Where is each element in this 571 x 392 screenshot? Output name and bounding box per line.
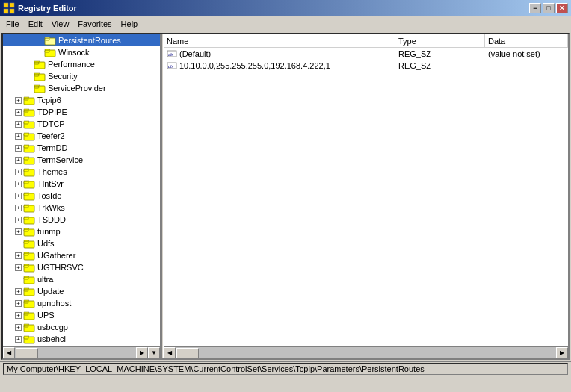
tree-item-themes[interactable]: + Themes bbox=[3, 166, 160, 178]
menu-edit[interactable]: Edit bbox=[24, 18, 47, 30]
reg-row-0[interactable]: ab (Default)REG_SZ(value not set) bbox=[164, 48, 568, 60]
folder-icon-winsock bbox=[44, 47, 56, 57]
folder-icon-ugthrsvc bbox=[23, 262, 35, 273]
tree-label-tsddd: TSDDD bbox=[37, 215, 66, 224]
tree-item-trkwks[interactable]: + TrkWks bbox=[3, 202, 160, 214]
tree-item-persistent-routes[interactable]: PersistentRoutes bbox=[3, 34, 160, 46]
reg-cell-name-1: ab 10.10.0.0,255.255.255.0,192.168.4.222… bbox=[164, 61, 395, 70]
tree-label-ugatherer: UGatherer bbox=[37, 251, 75, 260]
tree-item-upnphost[interactable]: + upnphost bbox=[3, 297, 160, 309]
reg-row-1[interactable]: ab 10.10.0.0,255.255.255.0,192.168.4.222… bbox=[164, 60, 568, 72]
svg-marker-27 bbox=[24, 121, 29, 122]
expand-btn-upnphost[interactable]: + bbox=[15, 300, 22, 307]
minimize-button[interactable]: − bbox=[529, 3, 541, 13]
right-scroll-right[interactable]: ▶ bbox=[556, 347, 568, 359]
right-scroll-left[interactable]: ◀ bbox=[164, 347, 176, 359]
tree-item-tcpip6[interactable]: + Tcpip6 bbox=[3, 94, 160, 106]
tree-scroll-left[interactable]: ◀ bbox=[3, 347, 15, 359]
tree-label-ugthrsvc: UGTHRSVC bbox=[37, 263, 84, 272]
reg-cell-data-0: (value not set) bbox=[485, 49, 568, 58]
tree-scroll-down[interactable]: ▼ bbox=[148, 347, 160, 359]
expand-btn-termdd[interactable]: + bbox=[15, 145, 22, 152]
expand-btn-tdtcp[interactable]: + bbox=[15, 121, 22, 128]
tree-label-persistent-routes: PersistentRoutes bbox=[58, 36, 121, 45]
svg-text:ab: ab bbox=[168, 52, 173, 57]
col-header-type[interactable]: Type bbox=[395, 34, 485, 47]
svg-rect-11 bbox=[34, 62, 39, 64]
status-path-text: My Computer\HKEY_LOCAL_MACHINE\SYSTEM\Cu… bbox=[7, 364, 425, 373]
tree-item-performance[interactable]: Performance bbox=[3, 58, 160, 70]
expand-btn-tdpipe[interactable]: + bbox=[15, 109, 22, 116]
tree-scroll[interactable]: PersistentRoutes Winsock Performance Sec… bbox=[3, 34, 160, 346]
svg-rect-17 bbox=[34, 86, 39, 88]
tree-item-teefer2[interactable]: + Teefer2 bbox=[3, 130, 160, 142]
tree-hscroll-thumb[interactable] bbox=[16, 348, 38, 358]
svg-marker-9 bbox=[45, 49, 50, 50]
tree-scroll-right[interactable]: ▶ bbox=[136, 347, 148, 359]
folder-icon-usbccgp bbox=[23, 322, 35, 332]
window-title: Registry Editor bbox=[18, 4, 77, 13]
tree-item-tsddd[interactable]: + TSDDD bbox=[3, 214, 160, 225]
expand-btn-ups[interactable]: + bbox=[15, 312, 22, 319]
tree-pane: PersistentRoutes Winsock Performance Sec… bbox=[3, 34, 161, 358]
tree-item-ups[interactable]: + UPS bbox=[3, 309, 160, 321]
svg-rect-23 bbox=[24, 110, 28, 112]
tree-item-tdpipe[interactable]: + TDPIPE bbox=[3, 106, 160, 118]
expand-btn-usbccgp[interactable]: + bbox=[15, 324, 22, 331]
expand-btn-themes[interactable]: + bbox=[15, 169, 22, 175]
expand-btn-tcpip6[interactable]: + bbox=[15, 97, 22, 104]
folder-icon-ultra bbox=[23, 274, 35, 284]
col-header-name[interactable]: Name bbox=[164, 34, 395, 47]
tree-item-ugthrsvc[interactable]: + UGTHRSVC bbox=[3, 261, 160, 273]
svg-marker-42 bbox=[24, 181, 29, 181]
menu-help[interactable]: Help bbox=[117, 18, 143, 30]
column-headers: Name Type Data bbox=[164, 34, 568, 48]
svg-marker-81 bbox=[24, 336, 29, 337]
expand-btn-usbehci[interactable]: + bbox=[15, 336, 22, 343]
svg-rect-8 bbox=[45, 50, 49, 52]
tree-label-security: Security bbox=[48, 72, 78, 81]
status-bar: My Computer\HKEY_LOCAL_MACHINE\SYSTEM\Cu… bbox=[0, 361, 571, 375]
right-content[interactable]: ab (Default)REG_SZ(value not set) ab 10.… bbox=[164, 48, 568, 346]
expand-btn-ugatherer[interactable]: + bbox=[15, 252, 22, 259]
tree-item-termdd[interactable]: + TermDD bbox=[3, 142, 160, 154]
svg-rect-77 bbox=[24, 325, 28, 327]
tree-item-termservice[interactable]: + TermService bbox=[3, 154, 160, 166]
tree-item-ugatherer[interactable]: + UGatherer bbox=[3, 249, 160, 261]
expand-btn-tunmp[interactable]: + bbox=[15, 228, 22, 235]
svg-marker-6 bbox=[45, 37, 50, 38]
svg-marker-57 bbox=[24, 240, 29, 241]
tree-item-tdtcp[interactable]: + TDTCP bbox=[3, 118, 160, 130]
svg-rect-3 bbox=[10, 9, 14, 13]
col-header-data[interactable]: Data bbox=[485, 34, 568, 47]
expand-btn-ugthrsvc[interactable]: + bbox=[15, 264, 22, 271]
tree-item-toside[interactable]: + TosIde bbox=[3, 190, 160, 202]
tree-item-usbccgp[interactable]: + usbccgp bbox=[3, 321, 160, 333]
tree-item-winsock[interactable]: Winsock bbox=[3, 46, 160, 58]
expand-btn-toside[interactable]: + bbox=[15, 193, 22, 199]
expand-btn-trkwks[interactable]: + bbox=[15, 205, 22, 211]
menu-file[interactable]: File bbox=[1, 18, 24, 30]
menu-favorites[interactable]: Favorites bbox=[73, 18, 116, 30]
tree-item-udfs[interactable]: Udfs bbox=[3, 237, 160, 249]
right-hscroll-thumb[interactable] bbox=[176, 348, 199, 358]
tree-item-security[interactable]: Security bbox=[3, 70, 160, 82]
right-pane: Name Type Data ab (Default)REG_SZ(value … bbox=[164, 34, 568, 358]
tree-item-tunmp[interactable]: + tunmp bbox=[3, 225, 160, 237]
expand-btn-tlntsvr[interactable]: + bbox=[15, 181, 22, 187]
reg-cell-type-1: REG_SZ bbox=[395, 61, 485, 70]
menu-view[interactable]: View bbox=[47, 18, 74, 30]
tree-item-update[interactable]: + Update bbox=[3, 285, 160, 297]
maximize-button[interactable]: □ bbox=[543, 3, 555, 13]
expand-btn-update[interactable]: + bbox=[15, 288, 22, 295]
tree-item-serviceprovider[interactable]: ServiceProvider bbox=[3, 82, 160, 94]
expand-btn-tsddd[interactable]: + bbox=[15, 217, 22, 223]
close-button[interactable]: ✕ bbox=[556, 3, 568, 13]
tree-item-usbehci[interactable]: + usbehci bbox=[3, 333, 160, 345]
tree-item-tlntsvr[interactable]: + TlntSvr bbox=[3, 178, 160, 190]
expand-btn-teefer2[interactable]: + bbox=[15, 133, 22, 140]
expand-btn-termservice[interactable]: + bbox=[15, 157, 22, 164]
tree-item-ultra[interactable]: ultra bbox=[3, 273, 160, 285]
folder-icon-upnphost bbox=[23, 298, 35, 308]
folder-icon-serviceprovider bbox=[34, 83, 46, 93]
